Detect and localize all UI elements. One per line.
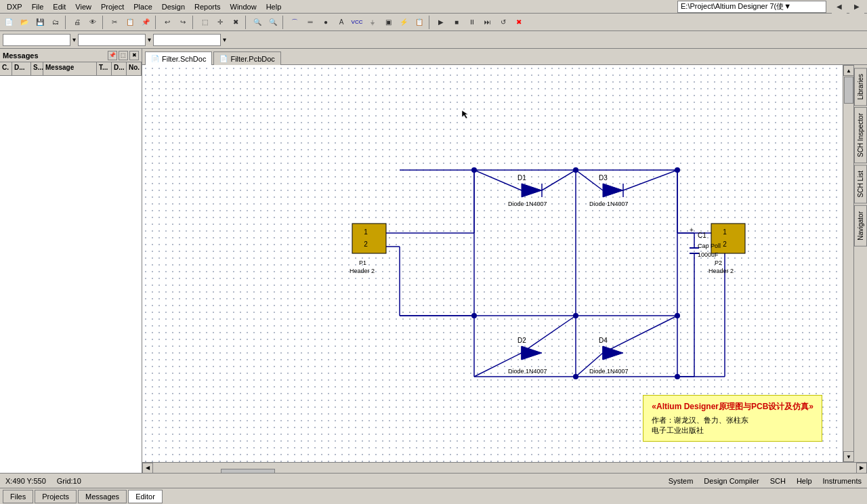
tb-zoom-in[interactable]: 🔍 — [250, 15, 265, 30]
tab-filter-schdoc-label: Filter.SchDoc — [162, 55, 206, 63]
info-box-title: «Altium Designer原理图与PCB设计及仿真» — [652, 401, 813, 413]
tb-undo[interactable]: ↩ — [160, 15, 175, 30]
info-box-line2: 电子工业出版社 — [652, 425, 813, 436]
tb-new[interactable]: 📄 — [1, 15, 16, 30]
tb-component[interactable]: ▣ — [381, 15, 396, 30]
tb-junction[interactable]: ● — [318, 15, 333, 30]
status-instruments[interactable]: Instruments — [823, 477, 862, 485]
svg-line-34 — [474, 170, 522, 190]
col-d1[interactable]: D... — [12, 62, 31, 75]
svg-point-27 — [471, 313, 477, 318]
tb-step[interactable]: ⏭ — [480, 15, 495, 30]
menu-help[interactable]: Help — [262, 2, 286, 12]
hscroll-left-btn[interactable]: ◀ — [142, 463, 153, 474]
col-d2[interactable]: D... — [112, 62, 127, 75]
hscroll-thumb[interactable] — [221, 469, 275, 474]
tb-print[interactable]: 🖨 — [70, 15, 85, 30]
panel-pin-btn[interactable]: 📌 — [108, 51, 117, 60]
messages-header: Messages 📌 ⬚ ✖ — [0, 49, 142, 62]
tb-select[interactable]: ⬚ — [197, 15, 212, 30]
status-design-compiler[interactable]: Design Compiler — [704, 477, 759, 485]
svg-text:+: + — [690, 226, 694, 234]
menu-place[interactable]: Place — [129, 2, 156, 12]
tb-sheet[interactable]: 📋 — [412, 15, 427, 30]
menu-file[interactable]: File — [28, 2, 48, 12]
tb-open[interactable]: 📂 — [17, 15, 32, 30]
menu-dxp[interactable]: DXP — [3, 2, 26, 12]
menu-project[interactable]: Project — [97, 2, 128, 12]
schematic-canvas-area[interactable]: D1 Diode 1N4007 D3 Diode 1N4007 — [142, 65, 843, 462]
toolbar-btn-nav-fwd[interactable]: ▶ — [849, 0, 864, 14]
status-system[interactable]: System — [669, 477, 694, 485]
right-tab-sch-list[interactable]: SCH List — [854, 165, 867, 203]
col-t[interactable]: T... — [97, 62, 112, 75]
tb-input1[interactable] — [3, 34, 70, 46]
bottom-tab-editor[interactable]: Editor — [128, 490, 163, 503]
svg-line-41 — [623, 170, 677, 190]
tb-input2[interactable] — [78, 34, 146, 46]
menu-view[interactable]: View — [71, 2, 96, 12]
tb-power[interactable]: ⚡ — [396, 15, 411, 30]
tb-netlabel[interactable]: A — [334, 15, 349, 30]
tb-move[interactable]: ✛ — [213, 15, 228, 30]
col-message[interactable]: Message — [43, 62, 97, 75]
status-help[interactable]: Help — [797, 477, 812, 485]
panel-close-btn[interactable]: ✖ — [129, 51, 139, 60]
svg-marker-32 — [522, 184, 542, 197]
tb-reset[interactable]: ↺ — [496, 15, 511, 30]
tb-wire[interactable]: ⌒ — [287, 15, 302, 30]
svg-line-53 — [603, 316, 677, 353]
vscroll-up-btn[interactable]: ▲ — [843, 65, 854, 76]
status-sch[interactable]: SCH — [770, 477, 786, 485]
tb-cut[interactable]: ✂ — [107, 15, 122, 30]
bottom-tab-files[interactable]: Files — [3, 490, 33, 503]
menu-reports[interactable]: Reports — [190, 2, 225, 12]
bottom-tab-messages[interactable]: Messages — [78, 490, 127, 503]
vscroll-thumb[interactable] — [844, 77, 853, 104]
tb-save-all[interactable]: 🗂 — [48, 15, 63, 30]
tb-bus[interactable]: ═ — [303, 15, 318, 30]
tb-pause[interactable]: ⏸ — [465, 15, 480, 30]
vscroll-track[interactable] — [843, 76, 853, 451]
tb-gnd[interactable]: ⏚ — [365, 15, 380, 30]
sep5 — [245, 16, 248, 29]
menu-edit[interactable]: Edit — [49, 2, 70, 12]
menubar: DXP File Edit View Project Place Design … — [0, 0, 867, 14]
horizontal-scrollbar[interactable]: ◀ ▶ — [142, 462, 867, 473]
sep3 — [155, 16, 158, 29]
tb-run[interactable]: ▶ — [434, 15, 448, 30]
right-tab-sch-inspector[interactable]: SCH Inspector — [854, 107, 867, 163]
svg-line-35 — [542, 170, 576, 190]
toolbar-btn-nav-back[interactable]: ◀ — [832, 0, 847, 14]
tb-cross[interactable]: ✖ — [511, 15, 526, 30]
svg-text:D1: D1 — [517, 174, 526, 182]
tb-paste[interactable]: 📌 — [138, 15, 153, 30]
tb-save[interactable]: 💾 — [33, 15, 47, 30]
tb-input3[interactable] — [153, 34, 221, 46]
tab-filter-pcbdoc[interactable]: 📄 Filter.PcbDoc — [213, 51, 280, 65]
hscroll-right-btn[interactable]: ▶ — [856, 463, 867, 474]
vscroll-down-btn[interactable]: ▼ — [843, 451, 854, 462]
svg-text:Cap Poll: Cap Poll — [698, 243, 721, 249]
svg-text:1000uF: 1000uF — [698, 251, 719, 258]
right-tab-navigator[interactable]: Navigator — [854, 205, 867, 247]
panel-float-btn[interactable]: ⬚ — [119, 51, 128, 60]
right-tab-libraries[interactable]: Libraries — [854, 68, 867, 106]
tb-zoom-out[interactable]: 🔍 — [266, 15, 280, 30]
col-c[interactable]: C. — [0, 62, 12, 75]
tb-redo[interactable]: ↪ — [175, 15, 190, 30]
tb-stop[interactable]: ■ — [449, 15, 464, 30]
col-s[interactable]: S... — [31, 62, 43, 75]
tb-print-preview[interactable]: 👁 — [85, 15, 100, 30]
tb-delete[interactable]: ✖ — [228, 15, 243, 30]
svg-marker-44 — [522, 346, 542, 360]
vertical-scrollbar[interactable]: ▲ ▼ — [843, 65, 853, 462]
bottom-tab-projects[interactable]: Projects — [35, 490, 77, 503]
menu-design[interactable]: Design — [158, 2, 189, 12]
tab-filter-schdoc[interactable]: 📄 Filter.SchDoc — [145, 51, 212, 65]
svg-text:Header 2: Header 2 — [350, 268, 375, 274]
col-no[interactable]: No. — [127, 62, 142, 75]
tb-vcc[interactable]: VCC — [350, 15, 364, 30]
tb-copy[interactable]: 📋 — [123, 15, 138, 30]
menu-window[interactable]: Window — [226, 2, 261, 12]
